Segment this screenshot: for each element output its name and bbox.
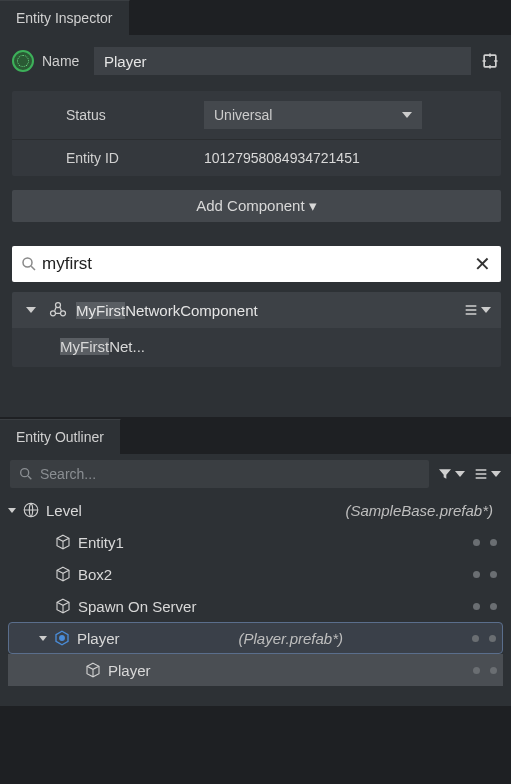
inspector-tab[interactable]: Entity Inspector: [0, 0, 130, 35]
tree-item-label: Player: [108, 662, 151, 679]
globe-icon: [22, 501, 40, 519]
visibility-dots[interactable]: [473, 667, 503, 674]
visibility-dots[interactable]: [473, 571, 503, 578]
visibility-dots[interactable]: [473, 539, 503, 546]
component-item[interactable]: MyFirstNet...: [12, 328, 501, 367]
search-icon: [18, 466, 34, 482]
entity-id-label: Entity ID: [66, 150, 204, 166]
tree-row[interactable]: Level(SampleBase.prefab*): [8, 494, 503, 526]
chevron-down-icon: [481, 307, 491, 313]
cube-icon: [54, 565, 72, 583]
add-component-button[interactable]: Add Component ▾: [12, 190, 501, 222]
transform-icon[interactable]: [479, 50, 501, 72]
outliner-search-input[interactable]: [34, 466, 421, 482]
tree-item-label: Level: [46, 502, 82, 519]
outliner-search[interactable]: [10, 460, 429, 488]
svg-rect-0: [484, 55, 496, 67]
component-group-menu-button[interactable]: [463, 302, 491, 318]
component-search[interactable]: ✕: [12, 246, 501, 282]
chevron-down-icon[interactable]: [8, 508, 16, 513]
tree-item-label: Entity1: [78, 534, 124, 551]
component-group: MyFirstNetworkComponent MyFirstNet...: [12, 292, 501, 367]
status-dropdown[interactable]: Universal: [204, 101, 422, 129]
prefab-label: (SampleBase.prefab*): [345, 502, 493, 519]
svg-point-3: [51, 311, 56, 316]
name-label: Name: [42, 53, 86, 69]
filter-button[interactable]: [437, 466, 465, 482]
component-search-input[interactable]: [38, 254, 472, 274]
tree-row[interactable]: Spawn On Server: [8, 590, 503, 622]
chevron-down-icon: [491, 471, 501, 477]
tree-row[interactable]: Entity1: [8, 526, 503, 558]
visibility-dots[interactable]: [472, 635, 502, 642]
prefab-label: (Player.prefab*): [239, 630, 344, 647]
tree-row[interactable]: Player: [8, 654, 503, 686]
svg-point-5: [21, 469, 29, 477]
component-category-icon: [48, 300, 68, 320]
status-value: Universal: [214, 107, 272, 123]
cube-icon: [84, 661, 102, 679]
tree-item-label: Box2: [78, 566, 112, 583]
tree-row[interactable]: Box2: [8, 558, 503, 590]
cube-icon: [54, 533, 72, 551]
tree-item-label: Player: [77, 630, 120, 647]
cube-icon: [54, 597, 72, 615]
component-group-header[interactable]: MyFirstNetworkComponent: [12, 292, 501, 328]
svg-point-4: [61, 311, 66, 316]
tree-row[interactable]: Player(Player.prefab*): [8, 622, 503, 654]
outliner-menu-button[interactable]: [473, 466, 501, 482]
entity-type-icon: [12, 50, 34, 72]
chevron-down-icon[interactable]: [39, 636, 47, 641]
entity-id-value: 10127958084934721451: [204, 150, 483, 166]
outliner-tab[interactable]: Entity Outliner: [0, 419, 121, 454]
entity-name-input[interactable]: [94, 47, 471, 75]
hex-icon: [53, 629, 71, 647]
chevron-down-icon: [26, 307, 36, 313]
entity-properties: Status Universal Entity ID 1012795808493…: [12, 91, 501, 176]
tree-item-label: Spawn On Server: [78, 598, 196, 615]
status-label: Status: [66, 107, 204, 123]
search-icon: [20, 255, 38, 273]
chevron-down-icon: [455, 471, 465, 477]
clear-search-button[interactable]: ✕: [472, 252, 493, 276]
chevron-down-icon: [402, 112, 412, 118]
svg-point-7: [60, 636, 65, 641]
visibility-dots[interactable]: [473, 603, 503, 610]
svg-point-1: [23, 258, 32, 267]
component-group-title: MyFirstNetworkComponent: [76, 302, 455, 319]
